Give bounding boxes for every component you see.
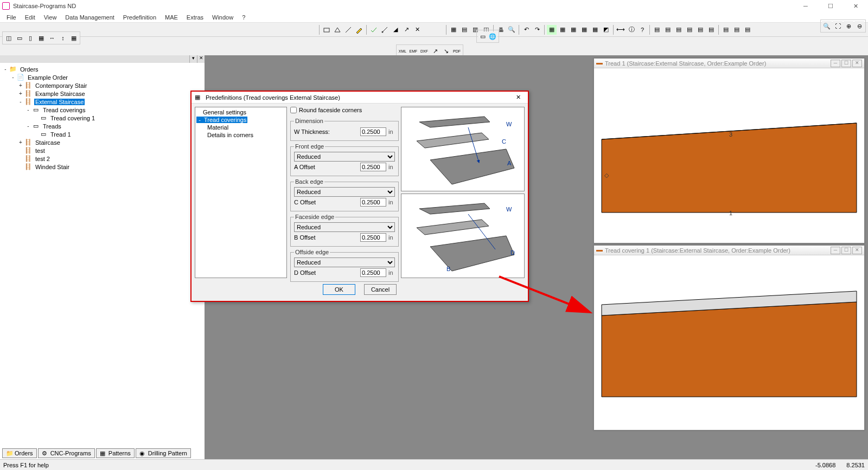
stair-e-icon[interactable]: ▤: [695, 25, 705, 35]
export-5-icon[interactable]: ↘: [441, 46, 451, 56]
help-icon[interactable]: ?: [637, 25, 647, 35]
menu-file[interactable]: File: [2, 13, 21, 22]
round-corners-checkbox[interactable]: Round faceside corners: [290, 107, 399, 113]
draw-line-icon[interactable]: [343, 25, 353, 35]
nav-material[interactable]: Material: [196, 124, 285, 131]
tab-orders[interactable]: 📁Orders: [2, 448, 37, 458]
grid-f-icon[interactable]: ◩: [601, 25, 611, 35]
grid-c-icon[interactable]: ▦: [569, 25, 578, 35]
panel-close-button[interactable]: ✕: [852, 60, 862, 67]
menu-edit[interactable]: Edit: [21, 13, 40, 22]
zoom-icon[interactable]: 🔍: [822, 21, 832, 31]
leftool-7-icon[interactable]: ▦: [69, 33, 79, 43]
leftool-3-icon[interactable]: ▯: [25, 33, 35, 43]
stair-f-icon[interactable]: ▤: [706, 25, 716, 35]
tree-item[interactable]: -▭Treads: [1, 122, 203, 130]
leftool-1-icon[interactable]: ◫: [4, 33, 14, 43]
leftool-6-icon[interactable]: ↕: [58, 33, 68, 43]
dim-icon[interactable]: ⟷: [616, 25, 626, 35]
layout-2-icon[interactable]: ▤: [459, 25, 469, 35]
stair-i-icon[interactable]: ▤: [743, 25, 752, 35]
draw-triangle-icon[interactable]: [333, 25, 342, 35]
nav-general[interactable]: General settings: [196, 108, 285, 116]
draw-rect-icon[interactable]: [322, 25, 331, 35]
tree-item[interactable]: 🪜Winded Stair: [1, 163, 203, 171]
menu-extras[interactable]: Extras: [182, 13, 208, 22]
tool-3-icon[interactable]: ◢: [391, 25, 400, 35]
panel-close-button[interactable]: ✕: [852, 247, 862, 254]
menu-help[interactable]: ?: [238, 13, 250, 22]
tool-check-icon[interactable]: [369, 25, 379, 35]
export-4-icon[interactable]: ↗: [430, 46, 440, 56]
tree-item[interactable]: ▭Tread covering 1: [1, 114, 203, 122]
grid-e-icon[interactable]: ▦: [590, 25, 600, 35]
grid-a-icon[interactable]: ▦: [547, 25, 557, 35]
grid-d-icon[interactable]: ▦: [579, 25, 589, 35]
tool-annotate-icon[interactable]: [380, 25, 390, 35]
stair-d-icon[interactable]: ▤: [685, 25, 694, 35]
tool-4-icon[interactable]: ↗: [401, 25, 411, 35]
stair-a-icon[interactable]: ▤: [652, 25, 662, 35]
menu-view[interactable]: View: [40, 13, 61, 22]
dialog-nav-tree[interactable]: General settings -Tread coverings Materi…: [195, 107, 287, 278]
tree-item[interactable]: +🪜Contemporary Stair: [1, 81, 203, 89]
a-offset-input[interactable]: [360, 163, 386, 171]
stair-c-icon[interactable]: ▤: [674, 25, 684, 35]
nav-tread-coverings[interactable]: -Tread coverings: [196, 116, 285, 124]
orders-tree[interactable]: - 📁 Orders -📄Example Order +🪜Contemporar…: [0, 63, 205, 470]
tree-item[interactable]: +🪜Example Staircase: [1, 89, 203, 98]
tool-5-icon[interactable]: ✕: [412, 25, 422, 35]
stair-b-icon[interactable]: ▤: [663, 25, 673, 35]
preview-icon[interactable]: 🔍: [507, 25, 516, 35]
stair-h-icon[interactable]: ▤: [732, 25, 742, 35]
ok-button[interactable]: OK: [323, 284, 355, 295]
layout-1-icon[interactable]: ▦: [449, 25, 458, 35]
tab-patterns[interactable]: ▦Patterns: [96, 448, 135, 458]
covering-canvas[interactable]: [594, 255, 864, 430]
export-dxf-icon[interactable]: DXF: [419, 46, 429, 56]
panel-max-button[interactable]: ☐: [841, 247, 851, 254]
c-offset-input[interactable]: [360, 198, 386, 207]
tree-item[interactable]: 🪜test 2: [1, 154, 203, 163]
dialog-titlebar[interactable]: ▦ Predefinitions (Tread coverings Extern…: [192, 92, 528, 104]
back-edge-select[interactable]: Reduced: [294, 187, 395, 197]
round-corners-input[interactable]: [290, 107, 297, 113]
tread-canvas[interactable]: ◇ 3 1: [594, 68, 864, 243]
maximize-button[interactable]: ☐: [818, 0, 843, 12]
surface-icon[interactable]: ▭: [478, 31, 488, 41]
tree-item[interactable]: -📄Example Order: [1, 73, 203, 81]
tree-item-selected[interactable]: -🪜External Staircase: [1, 98, 203, 106]
export-pdf-icon[interactable]: PDF: [452, 46, 462, 56]
tree-item[interactable]: ▭Tread 1: [1, 130, 203, 138]
close-button[interactable]: ✕: [843, 0, 868, 12]
sidebar-dropdown-icon[interactable]: ▾: [189, 55, 197, 63]
zoom-out-icon[interactable]: ⊖: [854, 21, 864, 31]
front-edge-select[interactable]: Reduced: [294, 152, 395, 162]
panel-min-button[interactable]: ─: [831, 60, 840, 67]
zoom-fit-icon[interactable]: ⛶: [833, 21, 843, 31]
grid-b-icon[interactable]: ▦: [558, 25, 567, 35]
globe-icon[interactable]: 🌐: [488, 31, 497, 41]
w-thickness-input[interactable]: [360, 127, 386, 136]
menu-mae[interactable]: MAE: [161, 13, 182, 22]
menu-predefinition[interactable]: Predefinition: [119, 13, 161, 22]
tab-drilling[interactable]: ◉Drilling Pattern: [136, 448, 191, 458]
zoom-in-icon[interactable]: ⊕: [844, 21, 853, 31]
redo-icon[interactable]: ↷: [532, 25, 542, 35]
info-icon[interactable]: ⓘ: [627, 25, 636, 35]
panel-max-button[interactable]: ☐: [841, 60, 851, 67]
leftool-5-icon[interactable]: ↔: [47, 33, 57, 43]
stair-g-icon[interactable]: ▤: [721, 25, 731, 35]
panel-min-button[interactable]: ─: [831, 247, 840, 254]
tree-item[interactable]: 🪜test: [1, 146, 203, 154]
tree-root[interactable]: - 📁 Orders: [1, 65, 203, 73]
tree-item[interactable]: +🪜Staircase: [1, 138, 203, 146]
d-offset-input[interactable]: [360, 268, 386, 277]
minimize-button[interactable]: ─: [793, 0, 818, 12]
offside-edge-select[interactable]: Reduced: [294, 257, 395, 267]
export-emf-icon[interactable]: EMF: [409, 46, 418, 56]
export-xml-icon[interactable]: XML: [398, 46, 407, 56]
leftool-4-icon[interactable]: ▦: [36, 33, 46, 43]
b-offset-input[interactable]: [360, 233, 386, 242]
sidebar-close-icon[interactable]: ✕: [197, 55, 205, 63]
